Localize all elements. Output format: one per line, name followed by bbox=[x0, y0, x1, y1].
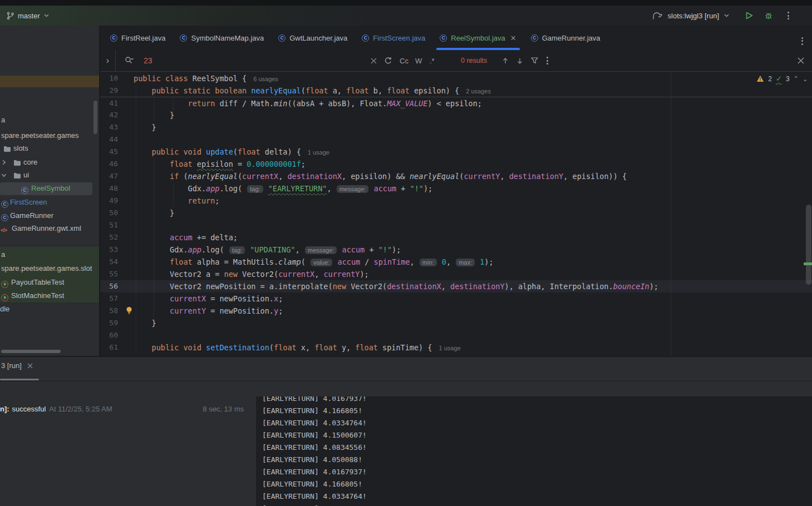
tree-item-a-0[interactable]: a bbox=[0, 115, 99, 126]
search-icon[interactable] bbox=[125, 50, 134, 71]
tabbar-more-button[interactable] bbox=[801, 31, 803, 45]
tab-firstscreen-java[interactable]: CFirstScreen.java bbox=[355, 26, 432, 50]
tree-item-label: FirstScreen bbox=[10, 198, 47, 206]
tab-firstreel-java[interactable]: CFirstReel.java bbox=[103, 26, 173, 50]
code-line-59[interactable]: 59 } bbox=[100, 317, 812, 329]
tree-item-slotmachinetest-12[interactable]: SlotMachineTest bbox=[0, 290, 99, 302]
tree-vertical-scrollbar[interactable] bbox=[93, 101, 97, 134]
code-line-46[interactable]: 46 float episilon = 0.000000001f; bbox=[100, 158, 812, 170]
close-icon[interactable] bbox=[27, 363, 33, 369]
code-line-42[interactable]: 42 } bbox=[100, 109, 812, 121]
run-config-name[interactable]: slots:lwjgl3 [run] bbox=[668, 12, 719, 20]
search-input[interactable]: 23 bbox=[144, 50, 152, 71]
chevron-right-icon[interactable] bbox=[1, 160, 7, 165]
regex-toggle[interactable]: .* bbox=[430, 50, 435, 71]
tree-item-firstscreen-6[interactable]: CFirstScreen bbox=[0, 197, 99, 209]
search-history-icon[interactable] bbox=[384, 50, 392, 71]
whole-words-toggle[interactable]: W bbox=[415, 50, 422, 71]
code-line-61[interactable]: 61 public void setDestination(float x, f… bbox=[100, 341, 812, 354]
search-clear-icon[interactable] bbox=[371, 50, 377, 71]
code-line-55[interactable]: 55 Vector2 a = new Vector2(currentX, cur… bbox=[100, 268, 812, 280]
tree-item-gamerunner-gwt-xml-8[interactable]: </>GameRunner.gwt.xml bbox=[0, 223, 99, 235]
code-line-56[interactable]: 56 Vector2 newPosition = a.interpolate(n… bbox=[100, 280, 812, 292]
search-filter-icon[interactable] bbox=[531, 50, 538, 71]
tree-item-ui-4[interactable]: ui bbox=[0, 170, 99, 181]
gutter-icon-area bbox=[119, 109, 134, 121]
tab-label: SymbolNameMap.java bbox=[191, 34, 264, 42]
tree-horizontal-scrollbar[interactable] bbox=[1, 350, 61, 353]
line-number: 52 bbox=[100, 231, 119, 244]
code-line-51[interactable]: 51 bbox=[100, 219, 812, 231]
run-status-row[interactable]: n]: successful At 11/2/25, 5:25 AM 8 sec… bbox=[0, 402, 252, 415]
project-tree-panel[interactable]: aspare.peetseater.games slots core uiCRe… bbox=[0, 26, 99, 356]
inspections-widget[interactable]: 2 ✓ 3 ⌃ ⌃ bbox=[756, 75, 808, 83]
code-line-44[interactable]: 44 bbox=[100, 133, 812, 146]
code-line-53[interactable]: 53 Gdx.app.log( tag: "UPDATING", message… bbox=[100, 244, 812, 256]
code-line-48[interactable]: 48 Gdx.app.log( tag: "EARLYRETURN", mess… bbox=[100, 182, 812, 195]
chevron-down-icon[interactable] bbox=[1, 172, 7, 178]
usages-hint[interactable]: 1 usage bbox=[308, 149, 329, 156]
tree-item-dle-13[interactable]: dle bbox=[0, 304, 99, 315]
search-expand-toggle[interactable]: › bbox=[100, 50, 116, 71]
test-class-icon bbox=[1, 294, 8, 301]
inlay-hint: tag: bbox=[229, 246, 245, 254]
editor-scrollbar[interactable] bbox=[806, 205, 811, 285]
code-line-41[interactable]: 41 return diff / Math.min((absA + absB),… bbox=[100, 97, 812, 109]
tab-gwtlauncher-java[interactable]: CGwtLauncher.java bbox=[271, 26, 355, 50]
tree-item-payouttabletest-11[interactable]: PayoutTableTest bbox=[0, 277, 99, 289]
code-line-43[interactable]: 43 } bbox=[100, 121, 812, 133]
tab-close-icon[interactable]: ✕ bbox=[510, 34, 516, 42]
tab-reelsymbol-java[interactable]: CReelSymbol.java✕ bbox=[432, 26, 523, 50]
code-line-10[interactable]: 10public class ReelSymbol {6 usages bbox=[100, 72, 812, 85]
tree-item-gamerunner-7[interactable]: CGameRunner bbox=[0, 210, 99, 222]
line-number: 58 bbox=[100, 305, 119, 317]
tree-item-spare-peetseater-games-1[interactable]: spare.peetseater.games bbox=[0, 130, 99, 142]
search-more-icon[interactable] bbox=[547, 50, 548, 71]
code-line-60[interactable]: 60 bbox=[100, 329, 812, 341]
tree-item-spare-peetseater-games-slot-10[interactable]: spare.peetseater.games.slot bbox=[0, 263, 99, 275]
run-console-output[interactable]: [EARLYRETURN] 4.0167937![EARLYRETURN] 4.… bbox=[256, 396, 812, 506]
tab-gamerunner-java[interactable]: CGameRunner.java bbox=[524, 26, 608, 50]
previous-problem-icon[interactable]: ⌃ bbox=[794, 75, 799, 82]
tree-item-label: a bbox=[1, 250, 5, 259]
gutter-icon-area bbox=[119, 305, 134, 317]
next-occurrence-icon[interactable] bbox=[516, 50, 523, 71]
code-line-45[interactable]: 45 public void update(float delta) {1 us… bbox=[100, 146, 812, 158]
code-line-47[interactable]: 47 if (nearlyEqual(currentX, destination… bbox=[100, 170, 812, 182]
usages-hint[interactable]: 2 usages bbox=[466, 88, 491, 95]
code-line-57[interactable]: 57 currentX = newPosition.x; bbox=[100, 292, 812, 305]
code-line-58[interactable]: 58 currentY = newPosition.y; bbox=[100, 305, 812, 317]
toolbar-more-button[interactable] bbox=[781, 8, 795, 23]
search-close-icon[interactable] bbox=[798, 50, 804, 71]
tab-symbolnamemap-java[interactable]: CSymbolNameMap.java bbox=[173, 26, 271, 50]
run-button[interactable] bbox=[742, 8, 756, 23]
chevron-down-icon[interactable] bbox=[724, 14, 729, 17]
inlay-hint: value: bbox=[311, 259, 332, 266]
run-tool-window: 3 [run] n]: successful At 11/2/25, 5:25 … bbox=[0, 357, 812, 506]
previous-occurrence-icon[interactable] bbox=[502, 50, 509, 71]
git-branch-widget[interactable]: master bbox=[7, 12, 49, 20]
code-text: Vector2 a = new Vector2(currentX, curren… bbox=[134, 268, 812, 280]
tree-item-a-9[interactable]: a bbox=[0, 249, 99, 261]
tree-item-core-3[interactable]: core bbox=[0, 157, 99, 168]
next-problem-icon[interactable]: ⌃ bbox=[803, 75, 808, 82]
code-line-50[interactable]: 50 } bbox=[100, 207, 812, 219]
match-case-toggle[interactable]: Cc bbox=[400, 50, 409, 71]
main-toolbar: master slots:lwjgl3 [run] bbox=[0, 6, 812, 26]
folder-icon bbox=[13, 160, 21, 166]
code-editor[interactable]: 10public class ReelSymbol {6 usages29 pu… bbox=[100, 72, 812, 356]
code-text: currentY = newPosition.y; bbox=[134, 305, 812, 317]
tree-item-slots-2[interactable]: slots bbox=[0, 143, 99, 155]
usages-hint[interactable]: 6 usages bbox=[253, 76, 278, 82]
code-line-52[interactable]: 52 accum += delta; bbox=[100, 231, 812, 244]
code-line-54[interactable]: 54 float alpha = MathUtils.clamp( value:… bbox=[100, 256, 812, 268]
gutter-icon-area bbox=[119, 158, 134, 170]
code-line-29[interactable]: 29 public static boolean nearlyEqual(flo… bbox=[100, 85, 812, 97]
usages-hint[interactable]: 1 usage bbox=[439, 345, 461, 351]
tree-row-highlighted-top[interactable] bbox=[0, 76, 99, 87]
tree-item-reelsymbol-5[interactable]: CReelSymbol bbox=[0, 183, 99, 195]
code-line-49[interactable]: 49 return; bbox=[100, 195, 812, 207]
debug-button[interactable] bbox=[761, 8, 776, 23]
run-panel-tab[interactable]: 3 [run] bbox=[1, 361, 33, 370]
gutter-icon-area bbox=[119, 146, 134, 158]
